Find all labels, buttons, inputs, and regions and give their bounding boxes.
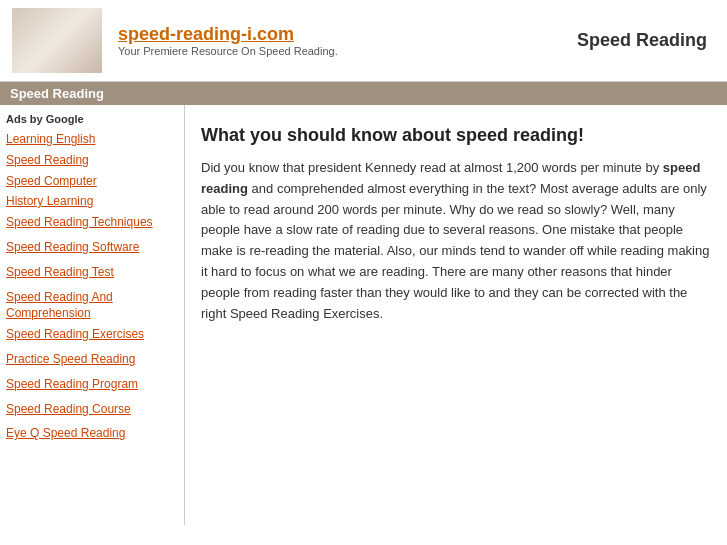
site-name[interactable]: speed-reading-i.com — [118, 24, 338, 45]
sidebar-link-speed-reading-techniques[interactable]: Speed Reading Techniques — [6, 214, 178, 231]
content-body: Did you know that president Kennedy read… — [201, 158, 711, 324]
sidebar-link-speed-reading-test[interactable]: Speed Reading Test — [6, 264, 178, 281]
content-text-after-bold: and comprehended almost everything in th… — [201, 181, 709, 321]
content-area: What you should know about speed reading… — [185, 105, 727, 525]
navbar: Speed Reading — [0, 82, 727, 105]
sidebar-link-speed-reading-exercises[interactable]: Speed Reading Exercises — [6, 326, 178, 343]
header-title: Speed Reading — [577, 30, 715, 51]
sidebar: Ads by Google Learning EnglishSpeed Read… — [0, 105, 185, 525]
header: speed-reading-i.com Your Premiere Resour… — [0, 0, 727, 82]
logo-image — [12, 8, 102, 73]
sidebar-link-eye-q-speed-reading[interactable]: Eye Q Speed Reading — [6, 425, 178, 442]
sidebar-link-practice-speed-reading[interactable]: Practice Speed Reading — [6, 351, 178, 368]
sidebar-link-speed-reading[interactable]: Speed Reading — [6, 152, 178, 169]
site-tagline: Your Premiere Resource On Speed Reading. — [118, 45, 338, 57]
sidebar-link-history-learning[interactable]: History Learning — [6, 193, 178, 210]
sidebar-link-speed-reading-program[interactable]: Speed Reading Program — [6, 376, 178, 393]
ads-label: Ads by Google — [6, 113, 178, 125]
navbar-label: Speed Reading — [10, 86, 104, 101]
main-layout: Ads by Google Learning EnglishSpeed Read… — [0, 105, 727, 525]
sidebar-link-learning-english[interactable]: Learning English — [6, 131, 178, 148]
sidebar-link-speed-reading-and-comprehension[interactable]: Speed Reading And Comprehension — [6, 289, 178, 323]
header-text-block: speed-reading-i.com Your Premiere Resour… — [118, 24, 338, 57]
sidebar-links: Learning EnglishSpeed ReadingSpeed Compu… — [6, 131, 178, 442]
sidebar-link-speed-reading-course[interactable]: Speed Reading Course — [6, 401, 178, 418]
content-text-before-bold: Did you know that president Kennedy read… — [201, 160, 663, 175]
sidebar-link-speed-reading-software[interactable]: Speed Reading Software — [6, 239, 178, 256]
sidebar-link-speed-computer[interactable]: Speed Computer — [6, 173, 178, 190]
content-heading: What you should know about speed reading… — [201, 125, 711, 146]
